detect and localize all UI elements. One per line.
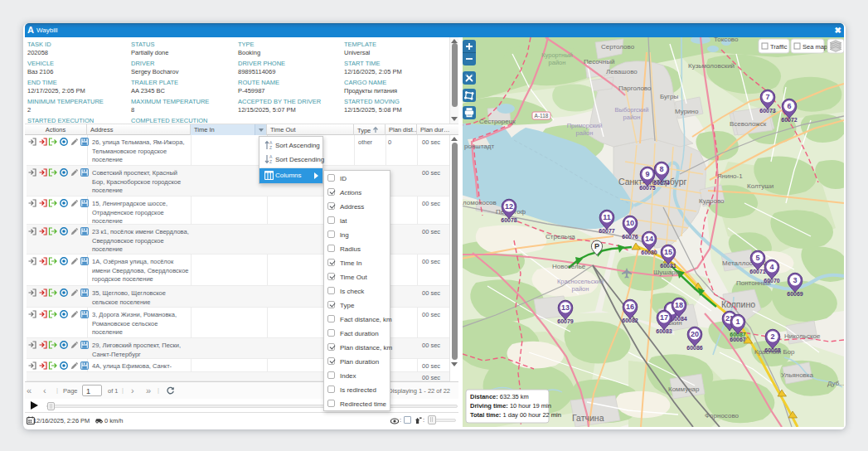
svg-text:Никольское: Никольское [784,332,821,340]
svg-text:Форносово: Форносово [705,412,739,419]
svg-text:9: 9 [645,170,649,178]
svg-text:Всеволожск: Всеволожск [730,120,767,128]
svg-text:12: 12 [505,202,513,211]
svg-text:2: 2 [770,332,774,341]
svg-text:Distance: 632.35 km: Distance: 632.35 km [470,393,529,400]
svg-text:10: 10 [626,219,634,227]
svg-text:60067: 60067 [730,337,746,342]
svg-text:Кузьмоловский: Кузьмоловский [688,62,735,70]
svg-text:район: район [572,285,589,293]
svg-text:5: 5 [755,254,759,262]
svg-text:Токсово: Токсово [714,37,739,43]
svg-text:А-118: А-118 [535,113,549,119]
svg-text:Гатчина: Гатчина [572,413,604,423]
svg-text:Стрельна: Стрельна [546,233,575,240]
svg-text:16: 16 [626,303,634,311]
svg-text:Sea map: Sea map [803,43,827,51]
svg-text:4: 4 [769,263,773,271]
svg-text:Сестрорецк: Сестрорецк [479,118,516,125]
svg-text:район: район [576,129,594,137]
svg-text:район: район [623,114,641,121]
svg-text:13: 13 [561,303,570,312]
svg-text:Колтуши: Колтуши [747,182,773,190]
svg-text:Z: Z [269,159,272,164]
svg-text:Парголово: Парголово [618,85,652,92]
svg-text:Левашово: Левашово [606,68,638,75]
svg-text:Коммунар: Коммунар [668,386,700,393]
svg-text:8: 8 [659,165,663,173]
svg-text:18: 18 [675,301,683,309]
svg-text:ломоносов: ломоносов [463,199,497,206]
svg-text:Курортный: Курортный [541,51,573,59]
svg-text:Дуб...: Дуб... [827,380,844,387]
svg-text:Мурино: Мурино [675,108,699,115]
svg-text:ронштадт: ронштадт [464,143,494,150]
svg-text:район: район [549,59,566,66]
svg-text:Колпино: Колпино [721,299,755,309]
svg-text:Янино-1: Янино-1 [717,172,743,180]
svg-text:Ульяновка: Ульяновка [781,371,814,379]
svg-text:20: 20 [691,330,699,338]
svg-text:17: 17 [660,313,668,322]
svg-text:Новоселье: Новоселье [552,263,586,270]
svg-text:15: 15 [664,248,672,256]
svg-text:Driving time: 10 hour 19 min: Driving time: 10 hour 19 min [470,402,551,410]
svg-text:7: 7 [765,93,769,101]
svg-text:11: 11 [603,213,611,221]
svg-text:Бугры: Бугры [660,93,678,100]
svg-text:Сертолово: Сертолово [601,43,635,51]
svg-text:P: P [594,242,599,250]
svg-text:1: 1 [735,318,739,326]
svg-text:3: 3 [793,276,797,284]
svg-text:14: 14 [645,235,653,243]
svg-text:Красносельский: Красносельский [557,278,604,285]
svg-text:Песочный: Песочный [584,58,614,65]
svg-text:Шушары: Шушары [653,269,681,276]
svg-text:Кудрово: Кудрово [699,197,725,205]
svg-text:Total time: 1 day 00 hour 22 m: Total time: 1 day 00 hour 22 min [470,411,561,419]
svg-text:6: 6 [787,102,791,110]
svg-text:Приморский: Приморский [567,122,603,129]
svg-text:Z: Z [269,145,272,150]
svg-text:Traffic: Traffic [770,43,788,51]
svg-text:Выборгский: Выборгский [614,106,648,114]
